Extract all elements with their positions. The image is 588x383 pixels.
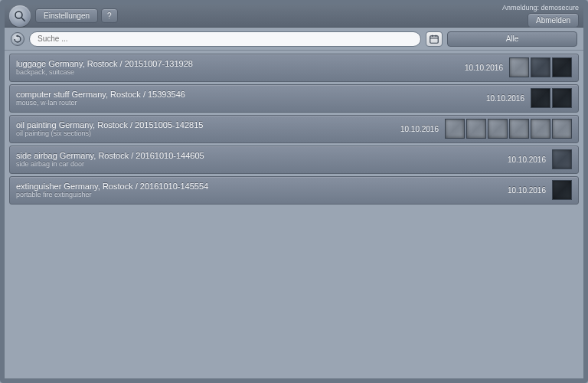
result-title: extinguisher Germany, Rostock / 20161010… <box>16 182 486 191</box>
result-row[interactable]: extinguisher Germany, Rostock / 20161010… <box>9 176 579 205</box>
thumbnail[interactable] <box>552 88 572 108</box>
magnifier-icon <box>13 9 27 23</box>
top-bar: Einstellungen ? Anmeldung: demosecure Ab… <box>5 5 583 28</box>
result-description: backpack, suitcase <box>16 68 443 76</box>
result-description: mouse, w-lan router <box>16 99 465 106</box>
svg-line-1 <box>21 18 25 21</box>
result-title: computer stuff Germany, Rostock / 153935… <box>16 90 465 99</box>
result-title: oil painting Germany, Rostock / 20151005… <box>16 120 379 129</box>
result-description: portable fire extinguisher <box>16 191 486 198</box>
result-text: luggage Germany, Rostock / 20151007-1319… <box>16 59 443 76</box>
thumbnail[interactable] <box>552 57 572 77</box>
thumbnail[interactable] <box>531 57 550 77</box>
result-description: side airbag in car door <box>16 160 486 168</box>
thumbnail[interactable] <box>531 88 550 108</box>
result-title: side airbag Germany, Rostock / 20161010-… <box>16 151 486 160</box>
search-bar: Alle <box>5 28 583 51</box>
calendar-icon <box>429 34 439 44</box>
svg-rect-2 <box>430 35 439 42</box>
thumbnail[interactable] <box>552 180 572 200</box>
help-button[interactable]: ? <box>101 8 118 23</box>
result-text: oil painting Germany, Rostock / 20151005… <box>16 120 379 137</box>
refresh-button[interactable] <box>11 32 24 46</box>
account-area: Anmeldung: demosecure Abmelden <box>502 4 583 28</box>
result-description: oil painting (six sections) <box>16 129 379 137</box>
result-date: 10.10.2016 <box>385 125 439 133</box>
result-row[interactable]: luggage Germany, Rostock / 20151007-1319… <box>9 54 579 82</box>
thumbnail-group <box>509 57 572 77</box>
result-row[interactable]: oil painting Germany, Rostock / 20151005… <box>9 115 579 143</box>
filter-all-button[interactable]: Alle <box>447 31 577 47</box>
search-input[interactable] <box>29 31 421 47</box>
app-logo[interactable] <box>9 5 31 27</box>
result-date: 10.10.2016 <box>471 94 524 103</box>
settings-button[interactable]: Einstellungen <box>35 8 98 23</box>
refresh-icon <box>13 34 22 44</box>
thumbnail[interactable] <box>552 149 572 169</box>
result-date: 10.10.2016 <box>492 186 546 195</box>
thumbnail[interactable] <box>531 119 550 139</box>
result-date: 10.10.2016 <box>492 155 546 164</box>
thumbnail-group <box>445 119 572 139</box>
calendar-button[interactable] <box>426 31 443 47</box>
thumbnail[interactable] <box>509 57 529 77</box>
result-row[interactable]: computer stuff Germany, Rostock / 153935… <box>9 84 579 113</box>
svg-point-0 <box>15 11 22 18</box>
result-title: luggage Germany, Rostock / 20151007-1319… <box>16 59 443 68</box>
logout-button[interactable]: Abmelden <box>528 13 579 28</box>
thumbnail-group <box>552 180 572 200</box>
thumbnail-group <box>552 149 572 169</box>
thumbnail[interactable] <box>552 119 572 139</box>
thumbnail[interactable] <box>488 119 508 139</box>
app-frame: Einstellungen ? Anmeldung: demosecure Ab… <box>0 0 588 383</box>
results-list: luggage Germany, Rostock / 20151007-1319… <box>5 51 583 378</box>
thumbnail[interactable] <box>509 119 529 139</box>
result-row[interactable]: side airbag Germany, Rostock / 20161010-… <box>9 146 579 174</box>
result-date: 10.10.2016 <box>449 64 503 72</box>
thumbnail[interactable] <box>466 119 486 139</box>
thumbnail-group <box>531 88 572 108</box>
result-text: side airbag Germany, Rostock / 20161010-… <box>16 151 486 168</box>
login-prefix: Anmeldung: <box>502 4 539 11</box>
thumbnail[interactable] <box>445 119 465 139</box>
login-user: demosecure <box>541 4 579 11</box>
login-info: Anmeldung: demosecure <box>502 4 579 11</box>
result-text: computer stuff Germany, Rostock / 153935… <box>16 90 465 106</box>
result-text: extinguisher Germany, Rostock / 20161010… <box>16 182 486 198</box>
